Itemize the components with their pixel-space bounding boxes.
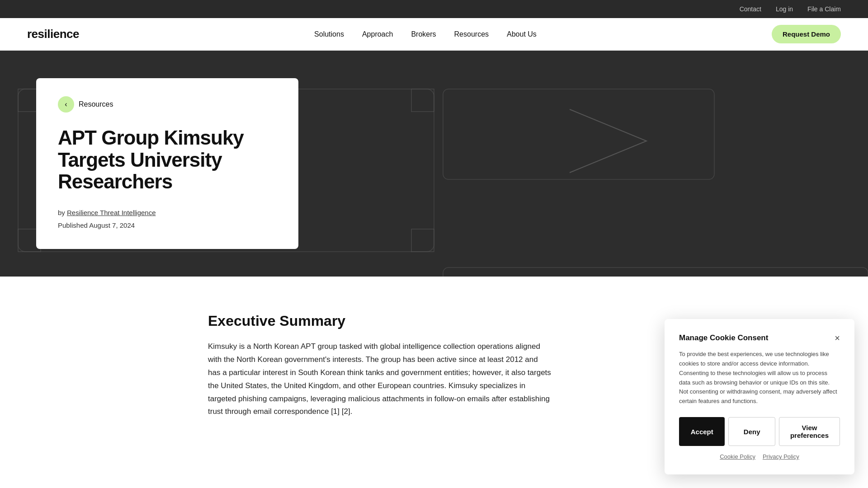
executive-summary-body: Kimsuky is a North Korean APT group task… (208, 340, 552, 418)
author-byline: by Resilience Threat Intelligence (58, 209, 156, 216)
cookie-consent-banner: Manage Cookie Consent × To provide the b… (665, 319, 854, 474)
svg-rect-5 (411, 89, 434, 112)
author-link[interactable]: Resilience Threat Intelligence (67, 209, 156, 216)
contact-link[interactable]: Contact (740, 5, 761, 13)
back-to-resources-link[interactable]: ‹ Resources (58, 96, 277, 113)
cookie-footer-links: Cookie Policy Privacy Policy (679, 453, 840, 460)
article-meta: by Resilience Threat Intelligence Publis… (58, 207, 277, 231)
article-card: ‹ Resources APT Group Kimsuky Targets Un… (36, 78, 298, 249)
back-icon: ‹ (58, 96, 74, 113)
cookie-buttons: Accept Deny View preferences (679, 417, 840, 446)
cookie-accept-button[interactable]: Accept (679, 417, 725, 446)
chevron-left-icon: ‹ (65, 100, 67, 108)
svg-rect-6 (411, 229, 434, 252)
nav-solutions[interactable]: Solutions (314, 30, 344, 38)
nav-about-us[interactable]: About Us (507, 30, 537, 38)
nav-approach[interactable]: Approach (362, 30, 393, 38)
svg-rect-1 (443, 89, 714, 179)
site-logo[interactable]: resilience (27, 27, 79, 41)
top-bar: Contact Log in File a Claim (0, 0, 868, 18)
request-demo-button[interactable]: Request Demo (772, 25, 841, 43)
main-nav: resilience Solutions Approach Brokers Re… (0, 18, 868, 51)
content-section: Executive Summary Kimsuky is a North Kor… (0, 277, 633, 455)
nav-resources[interactable]: Resources (454, 30, 489, 38)
cookie-deny-button[interactable]: Deny (728, 417, 775, 446)
back-label: Resources (79, 100, 113, 108)
login-link[interactable]: Log in (776, 5, 793, 13)
cookie-banner-header: Manage Cookie Consent × (679, 333, 840, 343)
published-date: Published August 7, 2024 (58, 220, 277, 231)
privacy-policy-link[interactable]: Privacy Policy (763, 453, 799, 460)
nav-links: Solutions Approach Brokers Resources Abo… (314, 30, 537, 38)
cookie-preferences-button[interactable]: View preferences (779, 417, 840, 446)
svg-rect-2 (443, 267, 868, 277)
nav-brokers[interactable]: Brokers (411, 30, 436, 38)
cookie-policy-link[interactable]: Cookie Policy (720, 453, 755, 460)
article-title: APT Group Kimsuky Targets University Res… (58, 127, 277, 192)
cookie-close-button[interactable]: × (835, 333, 840, 343)
hero-section: ‹ Resources APT Group Kimsuky Targets Un… (0, 51, 868, 277)
cookie-banner-title: Manage Cookie Consent (679, 333, 768, 343)
executive-summary-heading: Executive Summary (208, 313, 606, 329)
file-claim-link[interactable]: File a Claim (807, 5, 841, 13)
cookie-description: To provide the best experiences, we use … (679, 350, 840, 406)
